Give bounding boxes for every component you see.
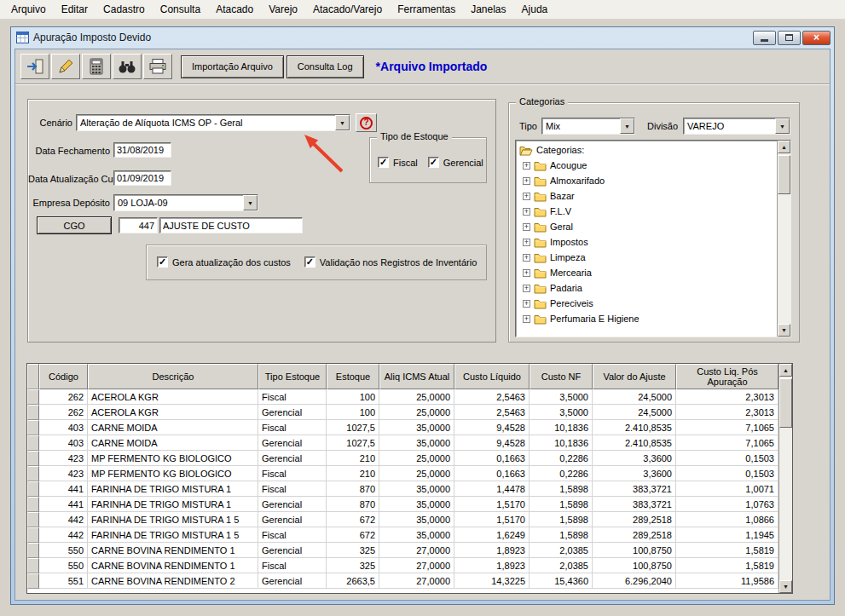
tree-item[interactable]: + Impostos	[516, 234, 777, 250]
scroll-thumb[interactable]	[778, 155, 790, 194]
expand-icon[interactable]: +	[523, 269, 530, 277]
expand-icon[interactable]: +	[523, 177, 530, 185]
tree-root-item[interactable]: Categorias:	[516, 142, 777, 158]
expand-icon[interactable]: +	[523, 208, 530, 216]
print-button[interactable]	[143, 54, 172, 79]
data-atualizacao-field[interactable]	[113, 170, 171, 186]
data-fechamento-field[interactable]	[113, 142, 171, 158]
scroll-track[interactable]	[778, 153, 790, 324]
flag-option[interactable]: ✓ Validação nos Registros de Inventário	[304, 256, 477, 268]
tree-item[interactable]: + F.L.V	[516, 204, 777, 219]
grid-row[interactable]: 403 CARNE MOIDA Gerencial 1027,5 35,0000…	[27, 435, 778, 451]
expand-icon[interactable]: +	[523, 254, 530, 262]
menu-item[interactable]: Editar	[54, 0, 95, 19]
checkbox-icon[interactable]: ✓	[428, 157, 439, 168]
cell-aliq-icms: 27,0000	[379, 573, 454, 589]
cell-valor-ajuste: 24,5000	[593, 405, 676, 420]
checkbox-icon[interactable]: ✓	[378, 157, 389, 168]
menu-item[interactable]: Arquivo	[3, 0, 54, 19]
grid-row[interactable]: 403 CARNE MOIDA Fiscal 1027,5 35,0000 9,…	[27, 420, 778, 435]
menu-item[interactable]: Ajuda	[514, 0, 556, 19]
maximize-button[interactable]	[778, 31, 801, 45]
scroll-down-button[interactable]: ▼	[778, 324, 790, 337]
tree-item[interactable]: + Acougue	[516, 158, 777, 173]
menu-item[interactable]: Consulta	[153, 0, 208, 19]
menu-item[interactable]: Cadastro	[95, 0, 153, 19]
scroll-down-button[interactable]: ▼	[779, 580, 792, 593]
cgo-description-field[interactable]	[159, 217, 303, 233]
flag-option[interactable]: ✓ Gera atualização dos custos	[157, 256, 291, 268]
expand-icon[interactable]: +	[523, 223, 530, 231]
tree-item[interactable]: + Mercearia	[516, 265, 777, 280]
expand-icon[interactable]: +	[523, 315, 530, 323]
checkbox-icon[interactable]: ✓	[157, 256, 168, 268]
cell-tipo-estoque: Fiscal	[258, 481, 327, 497]
stock-type-option[interactable]: ✓ Fiscal	[378, 157, 418, 168]
cenario-combobox[interactable]: Alteração de Alíquota ICMS OP - Geral ▼	[76, 114, 350, 131]
grid-row[interactable]: 550 CARNE BOVINA RENDIMENTO 1 Fiscal 325…	[27, 558, 778, 573]
grid-row[interactable]: 262 ACEROLA KGR Fiscal 100 25,0000 2,546…	[27, 389, 778, 405]
chevron-down-icon[interactable]: ▼	[335, 115, 350, 130]
menu-item[interactable]: Varejo	[261, 0, 305, 19]
grid-row[interactable]: 423 MP FERMENTO KG BIOLOGICO Fiscal 210 …	[27, 466, 778, 481]
expand-icon[interactable]: +	[523, 193, 530, 200]
import-file-button[interactable]: Importação Arquivo	[181, 55, 284, 78]
cell-tipo-estoque: Gerencial	[258, 435, 327, 451]
tree-item[interactable]: + Limpeza	[516, 250, 777, 265]
tree-item[interactable]: + Bazar	[516, 188, 777, 204]
scroll-up-button[interactable]: ▲	[779, 364, 792, 377]
chevron-down-icon[interactable]: ▼	[243, 195, 258, 210]
grid-row[interactable]: 441 FARINHA DE TRIGO MISTURA 1 Fiscal 87…	[27, 481, 778, 497]
grid-row[interactable]: 442 FARINHA DE TRIGO MISTURA 1 5 Fiscal …	[27, 527, 778, 543]
menu-item[interactable]: Atacado/Varejo	[305, 0, 390, 19]
tree-item[interactable]: + Perfumaria E Higiene	[516, 311, 777, 326]
edit-button[interactable]	[51, 54, 80, 79]
tipo-label: Tipo	[519, 121, 537, 131]
expand-icon[interactable]: +	[523, 285, 530, 292]
close-button[interactable]: ×	[802, 31, 831, 45]
cell-aliq-icms: 35,0000	[379, 527, 454, 543]
expand-icon[interactable]: +	[523, 239, 530, 246]
checkbox-icon[interactable]: ✓	[304, 256, 315, 268]
scroll-up-button[interactable]: ▲	[778, 141, 790, 153]
consult-log-button[interactable]: Consulta Log	[286, 55, 364, 78]
chevron-down-icon[interactable]: ▼	[775, 118, 790, 134]
exit-button[interactable]	[20, 54, 49, 79]
grid-row[interactable]: 262 ACEROLA KGR Gerencial 100 25,0000 2,…	[27, 405, 778, 420]
cgo-code-field[interactable]	[119, 217, 158, 233]
cell-estoque: 100	[327, 389, 379, 405]
help-button[interactable]: ?	[356, 113, 377, 132]
tree-item[interactable]: + Geral	[516, 219, 777, 234]
tree-item[interactable]: + Pereciveis	[516, 296, 777, 311]
search-button[interactable]	[113, 54, 142, 79]
grid-row[interactable]: 442 FARINHA DE TRIGO MISTURA 1 5 Gerenci…	[27, 512, 778, 527]
folder-icon	[534, 252, 547, 263]
grid-row[interactable]: 423 MP FERMENTO KG BIOLOGICO Gerencial 2…	[27, 451, 778, 466]
scroll-track[interactable]	[779, 377, 792, 580]
printer-icon	[148, 58, 167, 75]
expand-icon[interactable]: +	[523, 300, 530, 308]
scroll-thumb[interactable]	[779, 378, 792, 428]
tree-item[interactable]: + Padaria	[516, 280, 777, 296]
tree-item[interactable]: + Almoxarifado	[516, 173, 777, 188]
menu-item[interactable]: Janelas	[463, 0, 513, 19]
grid-row[interactable]: 551 CARNE BOVINA RENDIMENTO 2 Gerencial …	[27, 573, 778, 589]
cell-tipo-estoque: Gerencial	[258, 405, 327, 420]
grid-row[interactable]: 441 FARINHA DE TRIGO MISTURA 1 Gerencial…	[27, 497, 778, 512]
folder-icon	[534, 160, 547, 171]
grid-row[interactable]: 550 CARNE BOVINA RENDIMENTO 1 Gerencial …	[27, 543, 778, 558]
row-indicator	[27, 497, 39, 512]
tree-item-label: Almoxarifado	[550, 176, 605, 186]
process-button[interactable]	[82, 54, 111, 79]
minimize-button[interactable]	[753, 31, 776, 45]
stock-type-option[interactable]: ✓ Gerencial	[428, 157, 483, 168]
tipo-combobox[interactable]: Mix ▼	[541, 118, 635, 135]
menu-item[interactable]: Atacado	[208, 0, 261, 19]
cgo-button[interactable]: CGO	[37, 216, 112, 234]
expand-icon[interactable]: +	[523, 162, 530, 170]
cell-tipo-estoque: Fiscal	[258, 466, 327, 481]
menu-item[interactable]: Ferramentas	[390, 0, 463, 19]
divisao-combobox[interactable]: VAREJO ▼	[683, 118, 790, 135]
chevron-down-icon[interactable]: ▼	[620, 118, 634, 134]
empresa-deposito-combobox[interactable]: 09 LOJA-09 ▼	[113, 194, 258, 211]
